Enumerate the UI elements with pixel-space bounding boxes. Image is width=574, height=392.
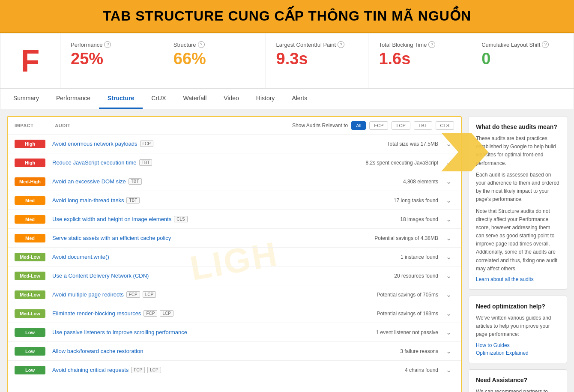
audits-meaning-para1: These audits are best practices establis…	[476, 135, 560, 168]
tab-performance[interactable]: Performance	[48, 89, 99, 109]
metrics-row: F Performance ? 25% Structure ? 66% Larg…	[0, 33, 574, 89]
audit-title[interactable]: Use passive listeners to improve scrolli…	[52, 329, 341, 335]
audits-meaning-title: What do these audits mean?	[476, 123, 560, 130]
tab-crux[interactable]: CrUX	[143, 89, 174, 109]
audit-detail: Total size was 17.5MB	[341, 141, 443, 147]
col-impact-label: IMPACT	[15, 123, 33, 128]
learn-audits-link[interactable]: Learn about all the audits	[476, 276, 560, 282]
filter-lcp-button[interactable]: LCP	[392, 121, 410, 130]
audit-rows-container: HighAvoid enormous network payloadsLCPTo…	[8, 135, 461, 379]
audits-meaning-para2: Each audit is assessed based on your adh…	[476, 171, 560, 204]
expand-icon[interactable]: ⌄	[443, 327, 454, 337]
structure-label: Structure ?	[173, 41, 255, 48]
col-audit-label: AUDIT	[55, 123, 70, 128]
lcp-label: Largest Contentful Paint ?	[276, 41, 358, 48]
audit-tag: CLS	[174, 216, 187, 222]
tab-alerts[interactable]: Alerts	[283, 89, 316, 109]
metric-grade-cell: F	[0, 33, 60, 88]
filter-tbt-button[interactable]: TBT	[414, 121, 432, 130]
tab-video[interactable]: Video	[215, 89, 248, 109]
expand-icon[interactable]: ⌄	[443, 346, 454, 356]
audit-tag: LCP	[147, 367, 161, 373]
expand-icon[interactable]: ⌄	[443, 271, 454, 281]
filter-cls-button[interactable]: CLS	[436, 121, 454, 130]
table-row: Med-LowEliminate render-blocking resourc…	[8, 304, 461, 323]
metric-performance-cell: Performance ? 25%	[60, 33, 163, 88]
tbt-label: Total Blocking Time ?	[379, 41, 460, 48]
tbt-value: 1.6s	[379, 50, 460, 68]
audit-detail: 20 resources found	[341, 273, 443, 279]
metric-structure-cell: Structure ? 66%	[163, 33, 266, 88]
audit-detail: 3 failure reasons	[341, 348, 443, 354]
impact-badge: Med	[15, 234, 45, 242]
audit-title[interactable]: Serve static assets with an efficient ca…	[52, 235, 341, 241]
filter-fcp-button[interactable]: FCP	[369, 121, 388, 130]
optimization-explained-link[interactable]: Optimization Explained	[476, 350, 560, 356]
arrow-decoration	[441, 133, 488, 171]
impact-badge: Med-High	[15, 177, 45, 186]
expand-icon[interactable]: ⌄	[443, 177, 454, 186]
table-row: Med-HighAvoid an excessive DOM sizeTBT4,…	[8, 172, 461, 191]
expand-icon[interactable]: ⌄	[443, 365, 454, 375]
audit-title[interactable]: Avoid an excessive DOM sizeTBT	[52, 178, 341, 185]
metric-tbt-cell: Total Blocking Time ? 1.6s	[368, 33, 471, 88]
audit-detail: 4 chains found	[341, 367, 443, 373]
grade-value: F	[21, 41, 40, 81]
expand-icon[interactable]: ⌄	[443, 252, 454, 262]
optimization-para1: We've written various guides and article…	[476, 314, 560, 339]
audit-tag: LCP	[160, 310, 173, 317]
impact-badge: Med	[15, 196, 45, 205]
filter-label: Show Audits Relevant to	[292, 123, 348, 129]
how-to-guides-link[interactable]: How to Guides	[476, 342, 560, 348]
expand-icon[interactable]: ⌄	[443, 214, 454, 224]
audit-detail: Potential savings of 705ms	[341, 292, 443, 298]
expand-icon[interactable]: ⌄	[443, 195, 454, 205]
tab-history[interactable]: History	[248, 89, 284, 109]
right-card-assistance: Need Assistance? We can recommend partne…	[469, 369, 567, 392]
audit-title[interactable]: Use a Content Delivery Network (CDN)	[52, 272, 341, 279]
expand-icon[interactable]: ⌄	[443, 290, 454, 299]
impact-badge: Low	[15, 366, 45, 374]
audit-detail: 4,808 elements	[341, 179, 443, 185]
table-row: MedAvoid long main-thread tasksTBT17 lon…	[8, 191, 461, 210]
audit-title[interactable]: Eliminate render-blocking resourcesFCPLC…	[52, 310, 341, 317]
table-row: Med-LowAvoid multiple page redirectsFCPL…	[8, 285, 461, 304]
impact-badge: Med-Low	[15, 309, 45, 318]
table-row: Med-LowUse a Content Delivery Network (C…	[8, 266, 461, 285]
audit-detail: 1 instance found	[341, 254, 443, 260]
audit-title[interactable]: Avoid long main-thread tasksTBT	[52, 197, 341, 203]
table-row: LowAvoid chaining critical requestsFCPLC…	[8, 361, 461, 379]
performance-help-icon[interactable]: ?	[104, 41, 111, 48]
audit-title[interactable]: Avoid chaining critical requestsFCPLCP	[52, 367, 341, 373]
tab-waterfall[interactable]: Waterfall	[175, 89, 215, 109]
metric-lcp-cell: Largest Contentful Paint ? 9.3s	[266, 33, 369, 88]
tab-structure[interactable]: Structure	[99, 89, 143, 109]
audit-tag: FCP	[131, 367, 145, 373]
table-row: LowUse passive listeners to improve scro…	[8, 323, 461, 342]
audit-title[interactable]: Reduce JavaScript execution timeTBT	[52, 159, 341, 166]
filter-all-button[interactable]: All	[351, 121, 366, 130]
impact-badge: High	[15, 140, 45, 148]
tbt-help-icon[interactable]: ?	[428, 41, 435, 48]
audit-panel: LIGH IMPACT AUDIT Show Audits Relevant t…	[7, 116, 462, 392]
impact-badge: Med-Low	[15, 272, 45, 280]
audit-title[interactable]: Use explicit width and height on image e…	[52, 216, 341, 222]
lcp-value: 9.3s	[276, 50, 358, 68]
assistance-title: Need Assistance?	[476, 377, 560, 383]
expand-icon[interactable]: ⌄	[443, 308, 454, 318]
tab-summary[interactable]: Summary	[5, 89, 48, 109]
audit-tag: FCP	[126, 291, 140, 298]
cls-help-icon[interactable]: ?	[542, 41, 549, 48]
expand-icon[interactable]: ⌄	[443, 233, 454, 243]
audit-title[interactable]: Avoid enormous network payloadsLCP	[52, 141, 341, 147]
impact-badge: Med	[15, 215, 45, 224]
audit-col-labels: IMPACT AUDIT	[15, 123, 70, 128]
structure-help-icon[interactable]: ?	[198, 41, 205, 48]
lcp-help-icon[interactable]: ?	[338, 41, 344, 48]
structure-value: 66%	[173, 50, 255, 68]
audit-title[interactable]: Allow back/forward cache restoration	[52, 348, 341, 354]
audit-title[interactable]: Avoid document.write()	[52, 254, 341, 260]
audit-title[interactable]: Avoid multiple page redirectsFCPLCP	[52, 291, 341, 298]
impact-badge: Low	[15, 347, 45, 356]
assistance-para1: We can recommend partners to	[476, 388, 560, 392]
